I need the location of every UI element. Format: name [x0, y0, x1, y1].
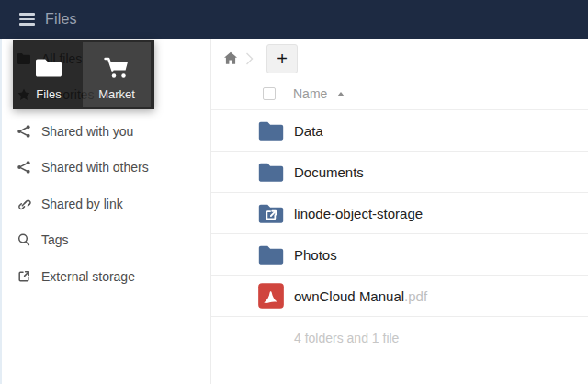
column-header-name[interactable]: Name [293, 86, 327, 101]
app-menu-popover: Files Market [13, 40, 154, 109]
sidebar-item-label: Shared with others [41, 160, 149, 175]
file-list-panel: + Name Data Documents linode-object-stor… [211, 39, 588, 384]
sidebar-item-external-storage[interactable]: External storage [0, 258, 210, 295]
sidebar-item-shared-with-you[interactable]: Shared with you [0, 113, 210, 150]
file-row[interactable]: linode-object-storage [211, 193, 588, 234]
hamburger-icon [19, 23, 35, 26]
home-icon[interactable] [223, 51, 238, 65]
sidebar-item-label: Shared with you [41, 124, 133, 139]
pdf-file-icon [257, 282, 285, 310]
app-menu-item-files[interactable]: Files [15, 42, 83, 107]
app-menu-item-label: Files [36, 87, 61, 101]
folder-icon [33, 54, 64, 82]
folder-icon [257, 158, 285, 186]
file-extension: .pdf [404, 288, 427, 304]
file-row[interactable]: Data [211, 110, 588, 152]
app-menu-button[interactable] [9, 0, 44, 39]
breadcrumb-bar: + [211, 39, 588, 78]
new-file-button[interactable]: + [266, 44, 298, 73]
chevron-right-icon [245, 52, 254, 65]
sidebar-item-tags[interactable]: Tags [0, 222, 210, 259]
folder-icon [257, 241, 285, 268]
sidebar-item-label: Tags [41, 232, 69, 247]
file-name: Data [294, 123, 323, 139]
sidebar-item-shared-with-others[interactable]: Shared with others [0, 150, 210, 186]
app-menu-item-market[interactable]: Market [83, 42, 151, 107]
share-icon [17, 124, 31, 139]
hamburger-icon [19, 13, 35, 16]
external-storage-icon [17, 269, 31, 284]
folder-external-icon [257, 199, 285, 227]
file-row[interactable]: Documents [211, 152, 588, 193]
top-bar: Files [0, 0, 588, 39]
sort-ascending-icon[interactable] [337, 92, 345, 96]
file-list-summary: 4 folders and 1 file [294, 331, 399, 345]
select-all-checkbox[interactable] [263, 87, 276, 100]
tag-icon [17, 232, 31, 247]
file-row[interactable]: ownCloud Manual.pdf [211, 276, 588, 317]
share-icon [17, 160, 31, 175]
file-name: Documents [294, 164, 364, 180]
sidebar-item-shared-by-link[interactable]: Shared by link [0, 186, 210, 222]
file-list-summary-row: 4 folders and 1 file [211, 317, 588, 358]
file-name: linode-object-storage [294, 206, 423, 221]
file-name: ownCloud Manual [294, 288, 404, 304]
file-table-header: Name [211, 78, 588, 110]
app-title: Files [45, 11, 77, 28]
app-menu-item-label: Market [98, 87, 135, 101]
file-row[interactable]: Photos [211, 234, 588, 276]
file-name: Photos [294, 247, 337, 263]
sidebar-item-label: Shared by link [41, 197, 123, 211]
folder-icon [257, 117, 285, 144]
hamburger-icon [19, 18, 35, 21]
sidebar-item-label: External storage [41, 269, 135, 284]
link-icon [17, 197, 31, 211]
shopping-cart-icon [101, 54, 132, 82]
